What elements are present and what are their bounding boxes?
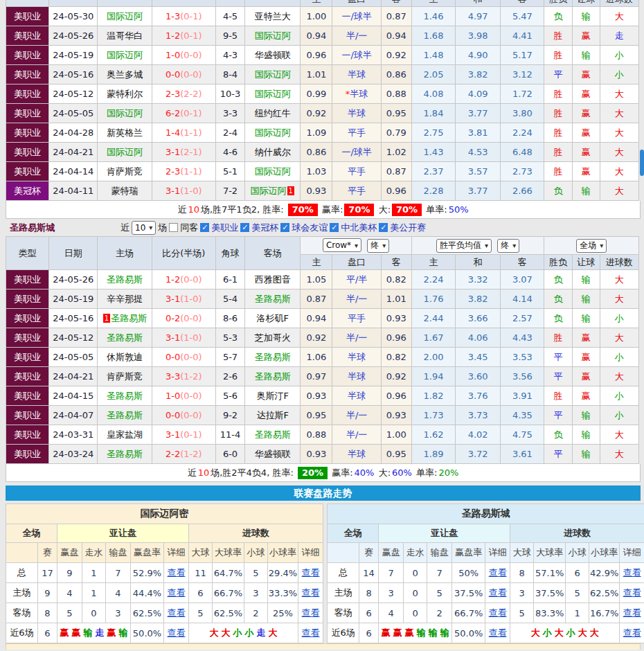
odds-time-value: 终 (370, 240, 379, 251)
trend-val-cell: 1 (82, 583, 106, 603)
near-count-select[interactable]: 10▾ (132, 221, 156, 235)
detail-cell: 查看 (298, 623, 323, 643)
match-date-cell: 24-05-26 (49, 26, 98, 46)
full-score: 0-0 (166, 410, 180, 420)
league-type-cell: 美职业 (6, 328, 49, 348)
match-date-cell: 24-04-07 (49, 406, 98, 425)
detail-cell: 查看 (485, 603, 510, 623)
trend-val-cell: 5 (244, 563, 268, 583)
trend-row: 客场850362.5%查看562.5%225%查看 (6, 603, 323, 623)
away-team-cell: 国际迈阿1 (245, 181, 301, 201)
detail-cell: 查看 (620, 563, 644, 583)
view-detail-link[interactable]: 查看 (302, 587, 320, 598)
match-date-cell: 24-05-30 (49, 7, 98, 26)
view-detail-link[interactable]: 查看 (489, 567, 507, 578)
league-checkbox-中北美杯[interactable] (330, 223, 339, 232)
league-type-cell: 美职业 (6, 162, 49, 181)
detail-cell: 查看 (485, 623, 510, 643)
match-row: 美职业24-05-26圣路易斯1-2(0-0)6-1西雅图音1.05平/半0.8… (6, 270, 639, 289)
euro-draw-odds-cell: 4.97 (456, 7, 501, 26)
result-goals-cell: 大 (600, 445, 638, 464)
euro-draw-odds-cell: 3.76 (456, 386, 501, 406)
league-checkbox-美冠杯[interactable] (240, 223, 249, 232)
view-detail-link[interactable]: 查看 (489, 627, 507, 638)
odds-company-select[interactable]: Crow*▾ (323, 238, 361, 252)
view-detail-link[interactable]: 查看 (623, 567, 641, 578)
home-team-cell: 圣路易斯 (98, 328, 152, 348)
view-detail-link[interactable]: 查看 (168, 627, 186, 638)
content: 主 盘口 客 主 和 客 胜负 让球 进球数 美职业24-05-30国际迈阿1-… (6, 0, 641, 650)
away-team-cell: 华盛顿联 (245, 445, 301, 464)
asian-away-odds-cell: 0.96 (381, 386, 411, 406)
view-detail-link[interactable]: 查看 (489, 587, 507, 598)
summary-text: 近 (177, 204, 186, 215)
score-cell: 0-0(0-0) (152, 65, 215, 84)
handicap-win-rate-badge: 70% (344, 204, 374, 216)
euro-away-odds-cell: 3.12 (501, 65, 544, 84)
euro-away-odds-cell: 1.72 (501, 84, 544, 104)
view-detail-link[interactable]: 查看 (302, 627, 320, 638)
match-row: 美职业24-05-161圣路易斯0-2(0-0)8-6洛杉矶F0.94平手0.9… (6, 309, 639, 328)
asian-handicap-cell: 平手 (332, 181, 381, 201)
col-date: 日期 (49, 237, 98, 270)
view-detail-link[interactable]: 查看 (623, 607, 641, 618)
corners-cell: 3-3 (215, 104, 244, 123)
view-detail-link[interactable]: 查看 (168, 587, 186, 598)
trend-val-cell: 6 (189, 583, 213, 603)
view-detail-link[interactable]: 查看 (302, 567, 320, 578)
euro-home-odds-cell: 2.37 (411, 162, 455, 181)
league-checkbox-球会友谊[interactable] (280, 223, 289, 232)
euro-home-odds-cell: 1.89 (411, 445, 455, 464)
league-type-cell: 美职业 (6, 123, 49, 143)
col-detail: 详细 (485, 543, 510, 563)
match-row: 美职业24-05-30国际迈阿1-3(0-1)4-5亚特兰大1.00一/球半0.… (6, 7, 639, 26)
view-detail-link[interactable]: 查看 (623, 627, 641, 638)
league-checkbox-label: 球会友谊 (292, 222, 328, 234)
full-score: 3-1 (166, 332, 180, 343)
half-score: (1-1) (180, 166, 202, 177)
corners-cell: 5-3 (215, 328, 244, 348)
asian-handicap-cell: 平手 (332, 162, 381, 181)
detail-cell: 查看 (620, 623, 644, 643)
team-name: 肯萨斯竞 (107, 371, 143, 382)
asian-home-odds-cell: 1.06 (301, 348, 332, 367)
score-cell: 0-0(0-0) (152, 406, 215, 425)
match-date-cell: 24-05-16 (49, 309, 98, 328)
team-name: 洛杉矶F (256, 313, 288, 323)
view-detail-link[interactable]: 查看 (168, 567, 186, 578)
view-detail-link[interactable]: 查看 (168, 607, 186, 618)
euro-avg-select[interactable]: 胜平负均值▾ (436, 239, 492, 253)
chevron-down-icon: ▾ (382, 242, 386, 249)
match-row: 美职业24-04-15圣路易斯1-0(0-0)5-6奥斯汀F0.93半球0.96… (6, 386, 639, 406)
asian-handicap-cell: 平手 (332, 309, 381, 328)
league-checkbox-美公开赛[interactable] (379, 223, 388, 232)
view-detail-link[interactable]: 查看 (623, 587, 641, 598)
col-detail: 详细 (164, 543, 189, 563)
scope-select[interactable]: 全场▾ (576, 239, 607, 253)
euro-time-select[interactable]: 终▾ (497, 239, 519, 253)
result-goals-cell: 小 (600, 46, 638, 65)
league-checkbox-美职业[interactable] (200, 223, 209, 232)
match-row: 美职业24-05-12蒙特利尔2-3(2-2)10-3国际迈阿0.99*半球0.… (6, 84, 639, 104)
trend-val-cell: 3 (510, 583, 534, 603)
asian-away-odds-cell: 1.01 (381, 289, 411, 309)
view-detail-link[interactable]: 查看 (302, 607, 320, 618)
league-type-cell: 美职业 (6, 367, 49, 386)
group-goals: 进球数 (189, 524, 323, 543)
seq-result: 赢 (405, 627, 414, 638)
result-handicap-cell: 赢 (572, 26, 600, 46)
euro-draw-odds-cell: 3.77 (456, 104, 501, 123)
asian-home-odds-cell: 0.93 (301, 445, 332, 464)
detail-cell: 查看 (485, 563, 510, 583)
odds-time-select[interactable]: 终▾ (367, 239, 389, 253)
view-detail-link[interactable]: 查看 (489, 607, 507, 618)
handicap-sequence-cell: 赢赢赢输输输 (379, 623, 452, 643)
trend-row: 主场830537.5%查看337.5%562.5%查看 (328, 583, 644, 603)
score-cell: 6-2(0-1) (152, 104, 215, 123)
same-away-checkbox[interactable] (169, 223, 178, 232)
asian-home-odds-cell: 1.00 (301, 7, 332, 26)
full-score: 1-2 (166, 274, 180, 285)
summary-text: 场,胜2平4负4, 胜率: (211, 467, 294, 478)
home-team-cell: 圣路易斯 (98, 270, 152, 289)
trend-val-cell: 25% (268, 603, 298, 623)
